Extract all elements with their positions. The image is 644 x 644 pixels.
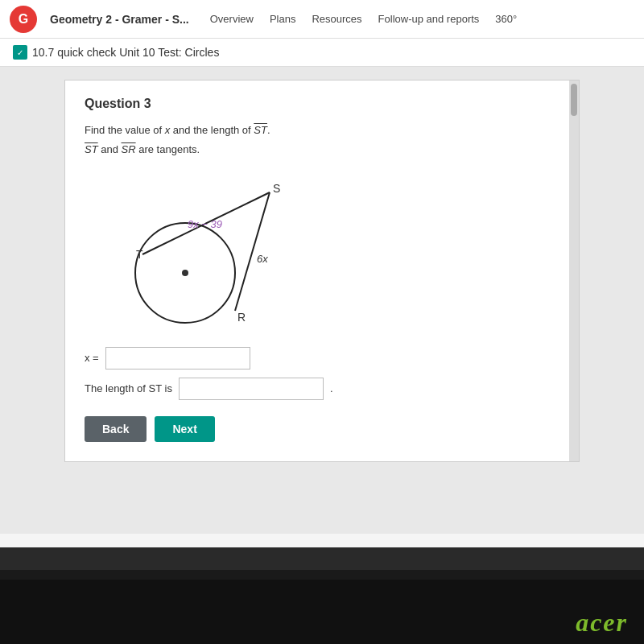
browser-window: G Geometry 2 - Gramer - S... Overview Pl… [0, 0, 644, 547]
nav-plans[interactable]: Plans [270, 13, 296, 25]
nav-360[interactable]: 360° [495, 13, 517, 25]
svg-text:T: T [136, 248, 143, 261]
next-button[interactable]: Next [155, 416, 214, 442]
back-button[interactable]: Back [85, 416, 147, 442]
x-label: x = [85, 352, 99, 364]
diagram-area: T S R 9x − 39 6x [101, 170, 310, 331]
top-nav: G Geometry 2 - Gramer - S... Overview Pl… [0, 0, 644, 39]
nav-title: Geometry 2 - Gramer - S... [50, 13, 189, 26]
scrollbar[interactable] [569, 80, 579, 461]
breadcrumb-text: 10.7 quick check Unit 10 Test: Circles [32, 46, 219, 59]
question-sub: ST and SR are tangents. [85, 143, 559, 155]
breadcrumb-icon: ✓ [13, 45, 27, 60]
length-answer-row: The length of ST is . [85, 378, 559, 400]
svg-text:R: R [237, 311, 246, 324]
button-row: Back Next [85, 416, 559, 442]
length-period: . [330, 382, 333, 394]
scroll-thumb[interactable] [571, 84, 577, 116]
main-content: Question 3 Find the value of x and the l… [0, 67, 644, 534]
x-answer-row: x = [85, 347, 559, 369]
nav-resources[interactable]: Resources [312, 13, 361, 25]
acer-logo: acer [576, 608, 628, 638]
question-prompt: Find the value of x and the length of ST… [85, 122, 559, 138]
length-input[interactable] [179, 378, 324, 400]
laptop-bottom: acer [0, 580, 644, 644]
svg-line-3 [235, 192, 270, 311]
diagram-svg: T S R 9x − 39 6x [101, 170, 310, 331]
x-input[interactable] [105, 347, 250, 369]
question-card: Question 3 Find the value of x and the l… [64, 80, 580, 462]
length-label: The length of ST is [85, 382, 172, 394]
breadcrumb-bar: ✓ 10.7 quick check Unit 10 Test: Circles [0, 39, 644, 67]
nav-followup[interactable]: Follow-up and reports [378, 13, 480, 25]
svg-point-1 [182, 270, 188, 276]
nav-overview[interactable]: Overview [210, 13, 254, 25]
svg-text:9x − 39: 9x − 39 [188, 218, 222, 230]
svg-text:6x: 6x [257, 253, 268, 265]
nav-links: Overview Plans Resources Follow-up and r… [210, 13, 517, 25]
question-number: Question 3 [85, 97, 559, 111]
svg-text:S: S [273, 182, 280, 195]
app-logo: G [10, 6, 37, 33]
